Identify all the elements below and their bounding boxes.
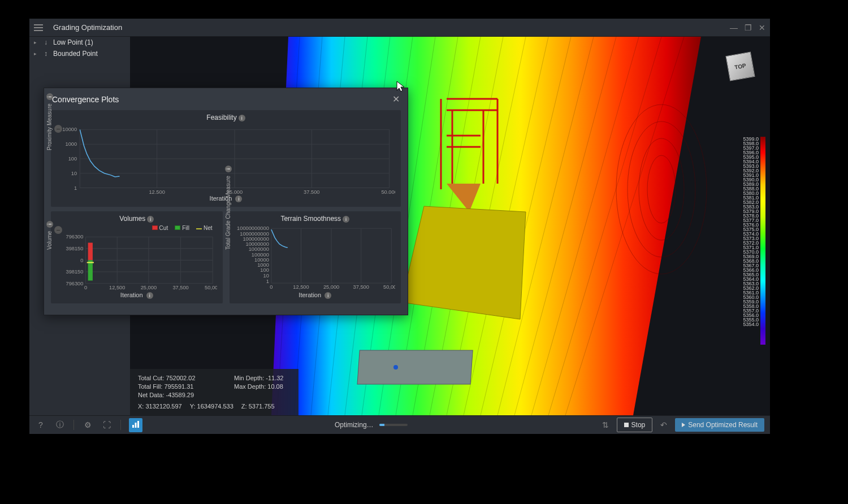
svg-text:0: 0 xyxy=(80,257,83,263)
svg-text:796300: 796300 xyxy=(66,281,84,286)
info-icon[interactable]: i xyxy=(225,166,232,172)
stats-panel: Total Cut: 752002.02 Min Depth: -11.32 T… xyxy=(130,369,298,415)
elevation-legend: 5399.05398.05397.05396.05395.05394.05393… xyxy=(742,136,767,346)
low-point-icon: ↓ xyxy=(42,38,50,46)
svg-text:12,500: 12,500 xyxy=(149,189,165,194)
info-icon[interactable]: i xyxy=(46,94,53,101)
svg-text:0: 0 xyxy=(270,284,272,290)
smoothness-chart: 10000000000 1000000000 100000000 1000000… xyxy=(235,225,396,290)
bounded-point-icon: ↕ xyxy=(42,50,50,58)
coord-z: 5371.755 xyxy=(249,403,275,410)
svg-text:10: 10 xyxy=(263,273,269,279)
net-data-value: -43589.29 xyxy=(166,392,194,398)
view-cube[interactable]: TOP xyxy=(725,51,755,81)
collapse-icon[interactable]: – xyxy=(54,226,62,234)
svg-rect-3 xyxy=(357,350,473,384)
svg-point-4 xyxy=(393,365,398,370)
filter-icon[interactable]: ⇅ xyxy=(600,420,611,429)
close-icon[interactable]: ✕ xyxy=(392,94,400,105)
total-fill-label: Total Fill: xyxy=(138,383,162,390)
convergence-title: Convergence Plots xyxy=(52,95,119,104)
status-text: Optimizing… xyxy=(335,421,374,429)
info-icon[interactable]: i xyxy=(147,216,154,223)
max-depth-label: Max Depth: xyxy=(234,383,266,390)
coord-x: 3132120.597 xyxy=(145,403,181,410)
max-depth-value: 10.08 xyxy=(267,383,283,390)
coord-y-label: Y: xyxy=(190,403,196,410)
close-window-icon[interactable]: ✕ xyxy=(759,23,765,32)
coord-x-label: X: xyxy=(138,403,144,410)
min-depth-value: -11.32 xyxy=(266,375,283,381)
progress-bar xyxy=(379,424,408,426)
svg-text:25,000: 25,000 xyxy=(141,285,157,290)
help-icon[interactable]: ? xyxy=(35,420,46,429)
settings-icon[interactable]: ⚙ xyxy=(82,420,93,429)
menu-icon[interactable] xyxy=(34,22,45,33)
svg-text:50,000: 50,000 xyxy=(205,285,217,290)
svg-rect-48 xyxy=(88,242,93,260)
coord-z-label: Z: xyxy=(241,403,247,410)
caret-icon: ▸ xyxy=(34,51,38,57)
info-icon[interactable]: i xyxy=(343,216,349,223)
charts-icon[interactable] xyxy=(129,418,142,432)
tree-label: Low Point (1) xyxy=(53,38,93,46)
svg-text:1: 1 xyxy=(74,185,77,191)
svg-text:50,000: 50,000 xyxy=(383,284,395,290)
info-icon[interactable]: i xyxy=(235,195,242,202)
svg-text:50,000: 50,000 xyxy=(381,189,395,194)
send-result-button[interactable]: Send Optimized Result xyxy=(675,418,764,432)
total-fill-value: 795591.31 xyxy=(164,383,193,390)
svg-text:0: 0 xyxy=(84,285,87,290)
volumes-chart: 796300398150 0398150 796300 012,500 25,0… xyxy=(57,232,217,290)
svg-rect-76 xyxy=(137,421,139,428)
smoothness-plot: Terrain Smoothnessi Total Grade Change M… xyxy=(230,211,401,303)
coord-y: 1634974.533 xyxy=(197,403,233,410)
volumes-legend: Cut Fill Net xyxy=(57,225,217,231)
info-icon[interactable]: i xyxy=(239,115,245,121)
tree-item-low-point[interactable]: ▸ ↓ Low Point (1) xyxy=(29,37,130,48)
tree-item-bounded-point[interactable]: ▸ ↕ Bounded Point xyxy=(29,48,130,59)
tree-label: Bounded Point xyxy=(53,50,98,58)
svg-text:37,500: 37,500 xyxy=(304,189,319,194)
titlebar: Grading Optimization — ❐ ✕ xyxy=(29,19,770,37)
total-cut-label: Total Cut: xyxy=(138,375,164,381)
minimize-icon[interactable]: — xyxy=(730,23,738,32)
collapse-icon[interactable]: – xyxy=(54,125,62,133)
svg-text:10: 10 xyxy=(71,171,77,176)
min-depth-label: Min Depth: xyxy=(234,375,264,381)
caret-icon: ▸ xyxy=(34,40,38,45)
svg-text:12,500: 12,500 xyxy=(109,285,125,290)
footer-bar: ? ⓘ ⚙ ⛶ Optimizing… ⇅ Stop ↶ Send Optimi… xyxy=(29,415,770,434)
info-icon[interactable]: i xyxy=(325,292,331,299)
svg-text:796300: 796300 xyxy=(66,234,84,240)
svg-text:398150: 398150 xyxy=(66,246,84,251)
mesh-icon[interactable]: ⛶ xyxy=(101,420,113,429)
svg-rect-75 xyxy=(135,423,137,428)
convergence-plots-panel: Convergence Plots ✕ – Feasibilityi Proxi… xyxy=(44,88,408,315)
legend-value: 5354.0 xyxy=(743,322,759,327)
svg-text:25,000: 25,000 xyxy=(323,284,339,290)
svg-text:10000: 10000 xyxy=(62,127,77,132)
svg-text:1: 1 xyxy=(266,279,269,284)
total-cut-value: 752002.02 xyxy=(166,375,196,381)
volumes-plot: – Volumesi Cut Fill Net Volume i xyxy=(51,211,223,303)
about-icon[interactable]: ⓘ xyxy=(54,420,66,430)
undo-icon[interactable]: ↶ xyxy=(658,420,669,429)
legend-colorbar xyxy=(760,137,765,345)
svg-text:37,500: 37,500 xyxy=(172,285,188,290)
restore-icon[interactable]: ❐ xyxy=(745,23,752,32)
svg-rect-49 xyxy=(88,260,93,280)
sidebar-tree: ▸ ↓ Low Point (1) ▸ ↕ Bounded Point xyxy=(29,37,130,59)
stop-icon xyxy=(624,423,629,427)
svg-text:398150: 398150 xyxy=(66,269,84,275)
svg-text:12,500: 12,500 xyxy=(293,284,309,290)
info-icon[interactable]: i xyxy=(146,292,153,299)
stop-button[interactable]: Stop xyxy=(617,418,653,432)
svg-marker-2 xyxy=(401,206,526,319)
svg-text:1000: 1000 xyxy=(66,141,77,147)
app-title: Grading Optimization xyxy=(53,23,122,32)
net-data-label: Net Data: xyxy=(138,392,164,398)
svg-text:37,500: 37,500 xyxy=(353,284,369,290)
info-icon[interactable]: i xyxy=(46,221,53,228)
play-icon xyxy=(682,423,685,427)
